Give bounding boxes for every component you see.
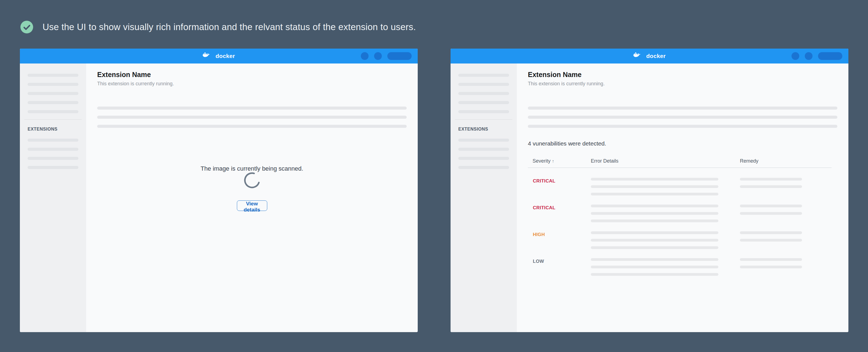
error-details-skeleton [591, 255, 740, 282]
extension-running-subtitle: This extension is currently running. [528, 81, 604, 87]
vulnerability-table: Severity↑ Error Details Remedy CRITICAL [528, 158, 832, 282]
sidebar-section-extensions: EXTENSIONS [28, 127, 86, 132]
docker-logo: docker [633, 53, 666, 60]
error-details-skeleton [591, 201, 740, 228]
check-circle-icon [21, 21, 33, 33]
header-button-icon[interactable] [361, 52, 369, 60]
skeleton-line [740, 212, 802, 215]
skeleton-line [97, 106, 407, 109]
skeleton-line [591, 212, 718, 215]
skeleton-line [458, 148, 509, 151]
error-details-skeleton [591, 174, 740, 201]
header-button-pill[interactable] [388, 52, 412, 60]
table-body: CRITICAL CRITICAL [528, 174, 832, 282]
sidebar-divider [24, 119, 82, 120]
extension-title: Extension Name [528, 71, 582, 79]
scan-status-text: The image is currently being scanned. [86, 165, 418, 172]
docker-wordmark: docker [646, 53, 666, 59]
extension-running-subtitle: This extension is currently running. [97, 81, 174, 87]
header-button-pill[interactable] [818, 52, 842, 60]
remedy-skeleton [740, 174, 832, 201]
skeleton-line [458, 74, 509, 77]
sort-ascending-icon: ↑ [552, 159, 554, 163]
docker-window-scanning: docker EXTENSIONS Extension Name This ex… [20, 49, 418, 332]
extension-content: Extension Name This extension is current… [517, 64, 848, 332]
header-button-icon[interactable] [374, 52, 382, 60]
sidebar-skeleton-group [451, 132, 517, 169]
vulnerability-row: HIGH [528, 228, 832, 255]
skeleton-line [458, 101, 509, 104]
remedy-skeleton [740, 228, 832, 255]
skeleton-line [591, 246, 718, 249]
content-skeleton-group [97, 106, 407, 134]
docker-whale-icon [633, 53, 644, 60]
skeleton-line [458, 138, 509, 141]
skeleton-line [591, 239, 718, 242]
table-header-row: Severity↑ Error Details Remedy [528, 158, 832, 164]
skeleton-line [458, 92, 509, 95]
app-header: docker [451, 49, 848, 64]
skeleton-line [458, 157, 509, 160]
skeleton-line [740, 185, 802, 188]
skeleton-line [528, 125, 837, 128]
skeleton-line [28, 138, 79, 141]
skeleton-line [528, 116, 837, 119]
docker-wordmark: docker [216, 53, 235, 59]
docker-logo: docker [203, 53, 235, 60]
sidebar-divider [455, 119, 513, 120]
column-header-error-details: Error Details [591, 158, 740, 164]
header-button-icon[interactable] [805, 52, 812, 60]
guideline-annotation: Use the UI to show visually rich informa… [21, 17, 416, 37]
docker-window-results: docker EXTENSIONS Extension Name This ex… [451, 49, 848, 332]
skeleton-line [97, 116, 407, 119]
sidebar-skeleton-group [451, 64, 517, 113]
error-details-skeleton [591, 228, 740, 255]
skeleton-line [740, 258, 802, 261]
skeleton-line [740, 231, 802, 234]
extension-title: Extension Name [97, 71, 151, 79]
severity-badge: CRITICAL [528, 201, 591, 228]
header-actions [792, 52, 842, 60]
skeleton-line [97, 125, 407, 128]
loading-spinner [244, 172, 260, 189]
docker-whale-icon [203, 53, 214, 60]
skeleton-line [28, 74, 79, 77]
app-header: docker [20, 49, 418, 64]
skeleton-line [28, 166, 79, 169]
severity-badge: LOW [528, 255, 591, 282]
skeleton-line [28, 92, 79, 95]
skeleton-line [591, 204, 718, 207]
sidebar-section-extensions: EXTENSIONS [458, 127, 517, 132]
severity-badge: HIGH [528, 228, 591, 255]
skeleton-line [28, 157, 79, 160]
vulnerability-count-text: 4 vunerabilities were detected. [528, 140, 606, 147]
remedy-skeleton [740, 201, 832, 228]
sidebar: EXTENSIONS [451, 64, 517, 332]
skeleton-line [458, 83, 509, 86]
skeleton-line [28, 110, 79, 113]
skeleton-line [28, 101, 79, 104]
skeleton-line [740, 204, 802, 207]
severity-badge: CRITICAL [528, 174, 591, 201]
sidebar-skeleton-group [20, 132, 86, 169]
view-details-button[interactable]: View details [237, 200, 267, 211]
header-actions [361, 52, 412, 60]
skeleton-line [528, 106, 837, 109]
vulnerability-row: LOW [528, 255, 832, 282]
skeleton-line [591, 231, 718, 234]
skeleton-line [740, 178, 802, 181]
skeleton-line [28, 83, 79, 86]
skeleton-line [591, 258, 718, 261]
skeleton-line [458, 166, 509, 169]
column-header-severity[interactable]: Severity↑ [528, 158, 591, 164]
sidebar: EXTENSIONS [20, 64, 86, 332]
guideline-text: Use the UI to show visually rich informa… [42, 22, 416, 32]
column-header-remedy: Remedy [740, 158, 832, 164]
sidebar-skeleton-group [20, 64, 86, 113]
skeleton-line [740, 265, 802, 268]
remedy-skeleton [740, 255, 832, 282]
header-button-icon[interactable] [792, 52, 799, 60]
skeleton-line [591, 185, 718, 188]
extension-content: Extension Name This extension is current… [86, 64, 418, 332]
skeleton-line [458, 110, 509, 113]
